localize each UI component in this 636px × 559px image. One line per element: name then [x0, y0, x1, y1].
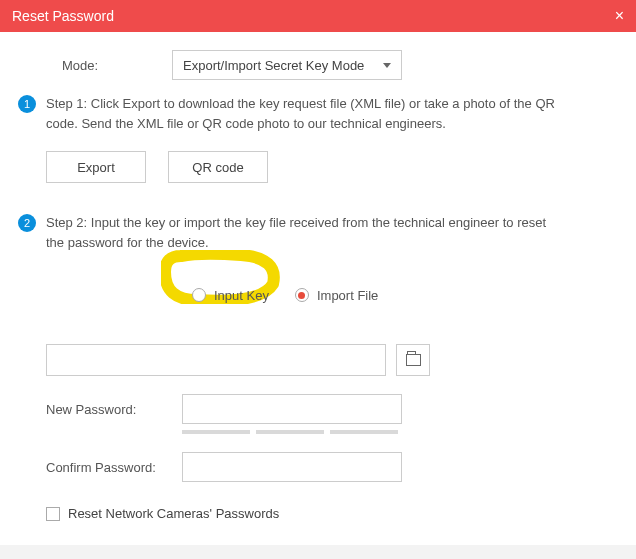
- step-2-text: Step 2: Input the key or import the key …: [46, 213, 566, 252]
- radio-icon: [192, 288, 206, 302]
- reset-cameras-label: Reset Network Cameras' Passwords: [68, 506, 279, 521]
- mode-select[interactable]: Export/Import Secret Key Mode: [172, 50, 402, 80]
- step-2-badge: 2: [18, 214, 36, 232]
- strength-bar-2: [256, 430, 324, 434]
- radio-input-key-label: Input Key: [214, 288, 269, 303]
- mode-row: Mode: Export/Import Secret Key Mode: [62, 50, 618, 80]
- checkbox-icon: [46, 507, 60, 521]
- confirm-password-row: Confirm Password:: [46, 452, 618, 482]
- browse-button[interactable]: [396, 344, 430, 376]
- new-password-row: New Password:: [46, 394, 618, 424]
- file-path-row: [46, 344, 618, 376]
- mode-selected-value: Export/Import Secret Key Mode: [183, 58, 364, 73]
- titlebar: Reset Password ×: [0, 0, 636, 32]
- step-2: 2 Step 2: Input the key or import the ke…: [18, 213, 618, 252]
- export-button[interactable]: Export: [46, 151, 146, 183]
- close-icon[interactable]: ×: [615, 8, 624, 24]
- folder-icon: [406, 354, 421, 366]
- strength-bar-1: [182, 430, 250, 434]
- reset-cameras-row[interactable]: Reset Network Cameras' Passwords: [46, 506, 618, 521]
- window-title: Reset Password: [12, 8, 114, 24]
- radio-icon: [295, 288, 309, 302]
- step-1-buttons: Export QR code: [46, 151, 618, 183]
- step-1-text: Step 1: Click Export to download the key…: [46, 94, 566, 133]
- qr-code-button[interactable]: QR code: [168, 151, 268, 183]
- dialog-body: Mode: Export/Import Secret Key Mode 1 St…: [0, 32, 636, 545]
- radio-input-key[interactable]: Input Key: [192, 288, 269, 303]
- new-password-input[interactable]: [182, 394, 402, 424]
- mode-label: Mode:: [62, 58, 172, 73]
- step-1-badge: 1: [18, 95, 36, 113]
- new-password-label: New Password:: [46, 402, 182, 417]
- key-mode-options: Input Key Import File: [46, 268, 618, 322]
- strength-bar-3: [330, 430, 398, 434]
- confirm-password-input[interactable]: [182, 452, 402, 482]
- dialog-footer: Confirm Cancel: [0, 545, 636, 559]
- chevron-down-icon: [383, 63, 391, 68]
- step-1: 1 Step 1: Click Export to download the k…: [18, 94, 618, 133]
- password-strength-meter: [182, 430, 618, 434]
- radio-import-file-label: Import File: [317, 288, 378, 303]
- file-path-input[interactable]: [46, 344, 386, 376]
- confirm-password-label: Confirm Password:: [46, 460, 182, 475]
- radio-import-file[interactable]: Import File: [295, 288, 378, 303]
